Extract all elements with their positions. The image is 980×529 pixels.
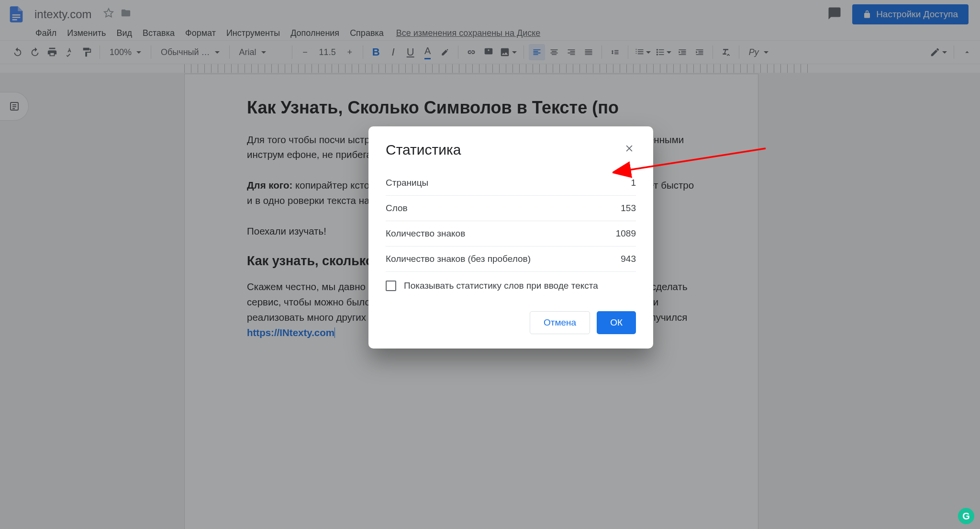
statistics-dialog: Статистика Страницы 1 Слов 153 Количеств… [368, 126, 653, 349]
stat-row-words: Слов 153 [386, 196, 636, 221]
ok-button[interactable]: ОК [597, 311, 636, 334]
grammarly-badge-icon[interactable]: G [958, 508, 974, 524]
close-icon[interactable] [623, 142, 636, 155]
cancel-button[interactable]: Отмена [530, 311, 590, 334]
stat-row-pages: Страницы 1 [386, 170, 636, 196]
dialog-title: Статистика [386, 142, 461, 158]
show-stats-checkbox[interactable]: Показывать статистику слов при вводе тек… [386, 281, 636, 291]
stat-row-chars: Количество знаков 1089 [386, 221, 636, 247]
stat-row-chars-no-spaces: Количество знаков (без пробелов) 943 [386, 247, 636, 272]
checkbox-icon[interactable] [386, 281, 396, 291]
